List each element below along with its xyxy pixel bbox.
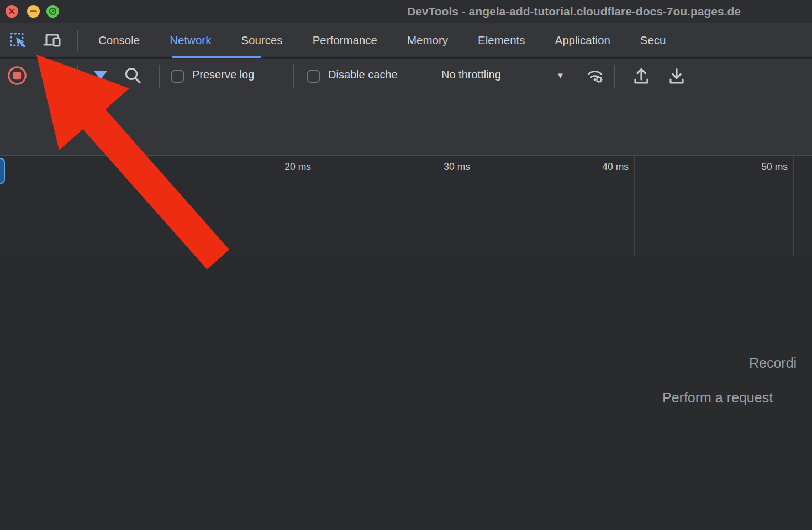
timeline-tick-20ms: 20 ms <box>261 161 311 173</box>
timeline-tick-40ms: 40 ms <box>579 161 629 173</box>
toggle-device-toolbar-button[interactable] <box>42 30 63 51</box>
clear-icon <box>46 67 66 87</box>
toolbar-separator <box>159 65 160 88</box>
import-har-button[interactable] <box>631 66 652 87</box>
active-tab-underline <box>172 56 261 58</box>
close-button[interactable] <box>6 5 18 18</box>
tab-performance[interactable]: Performance <box>298 23 392 58</box>
timeline-gridline <box>159 156 159 256</box>
disable-cache-checkbox[interactable] <box>307 70 320 83</box>
clear-network-log-button[interactable] <box>45 66 66 87</box>
tab-application[interactable]: Application <box>540 23 625 58</box>
inspect-cursor-icon <box>8 30 28 50</box>
network-request-list-empty: Recordi Perform a request <box>0 257 812 530</box>
empty-state-perform-request-text: Perform a request <box>662 390 773 406</box>
title-bar: DevTools - angela-add-tutorial.cloudflar… <box>0 0 812 23</box>
record-stop-icon <box>7 65 28 87</box>
minimize-icon <box>27 5 40 18</box>
tab-console[interactable]: Console <box>83 23 155 58</box>
close-icon <box>6 5 18 18</box>
toolbar-separator <box>293 65 294 88</box>
tab-network[interactable]: Network <box>155 23 226 58</box>
timeline-tick-10ms: 10 ms <box>103 161 153 173</box>
network-filter-row: Filter Invert Hide data URLs Hide extens… <box>0 93 812 126</box>
inspect-element-button[interactable] <box>8 30 29 51</box>
tab-memory[interactable]: Memory <box>392 23 463 58</box>
export-har-button[interactable] <box>666 66 687 87</box>
minimize-button[interactable] <box>27 5 40 18</box>
timeline-gridline <box>317 156 317 256</box>
wifi-gear-icon <box>584 64 605 87</box>
network-toolbar: Preserve log Disable cache No throttling… <box>0 59 812 93</box>
search-button[interactable] <box>123 66 144 87</box>
tab-elements[interactable]: Elements <box>463 23 540 58</box>
upload-icon <box>631 66 652 87</box>
disable-cache-label[interactable]: Disable cache <box>328 68 398 81</box>
toolbar-separator <box>77 65 78 88</box>
chevron-down-icon[interactable]: ▼ <box>556 71 565 80</box>
download-icon <box>666 66 687 87</box>
zoom-button[interactable] <box>46 5 59 18</box>
network-conditions-button[interactable] <box>584 65 605 86</box>
search-icon <box>123 66 144 87</box>
timeline-tick-50ms: 50 ms <box>738 161 788 173</box>
preserve-log-checkbox[interactable] <box>171 70 184 83</box>
panel-tabs: Console Network Sources Performance Memo… <box>83 23 681 58</box>
device-toolbar-icon <box>42 30 63 51</box>
throttling-select[interactable]: No throttling <box>441 68 501 81</box>
empty-state-recording-text: Recordi <box>749 355 797 371</box>
tabbar-separator <box>77 30 78 51</box>
timeline-gridline <box>793 156 794 256</box>
network-overview-timeline[interactable]: 10 ms 20 ms 30 ms 40 ms 50 ms <box>0 156 812 256</box>
timeline-tick-30ms: 30 ms <box>420 161 470 173</box>
record-network-log-button[interactable] <box>7 65 28 86</box>
timeline-gridline <box>476 156 476 256</box>
window-title: DevTools - angela-add-tutorial.cloudflar… <box>407 0 741 23</box>
toolbar-separator <box>614 65 615 88</box>
timeline-gridline <box>634 156 635 256</box>
tab-security[interactable]: Secu <box>625 23 681 58</box>
tab-sources[interactable]: Sources <box>226 23 297 58</box>
timeline-selection-handle[interactable] <box>0 158 5 184</box>
filter-toggle-button[interactable] <box>90 66 111 87</box>
preserve-log-label[interactable]: Preserve log <box>192 68 254 81</box>
network-filter-row-2: Blocked requests 3rd-party requests <box>0 126 812 156</box>
devtools-tab-bar: Console Network Sources Performance Memo… <box>0 23 812 58</box>
devtools-window: DevTools - angela-add-tutorial.cloudflar… <box>0 0 812 530</box>
filter-funnel-icon <box>91 67 110 87</box>
zoom-disabled-icon <box>46 5 59 18</box>
